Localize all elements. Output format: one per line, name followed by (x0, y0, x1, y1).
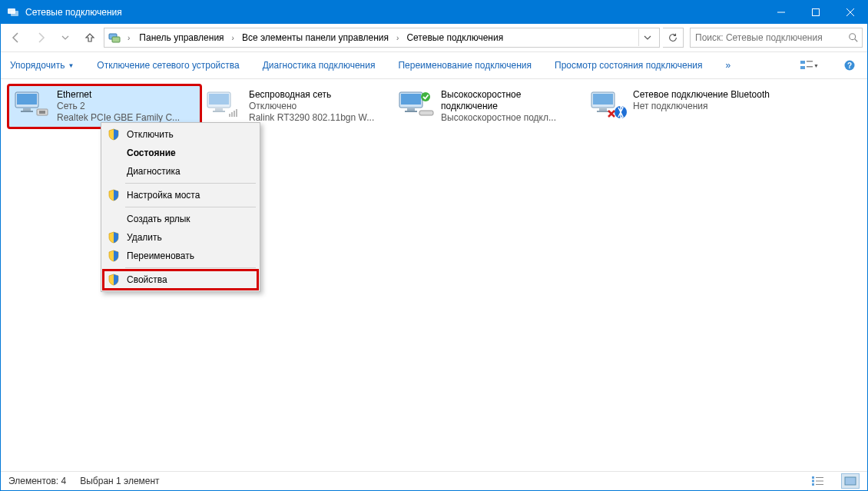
svg-rect-28 (816, 481, 823, 482)
connection-line3: Высокоскоростное подкл... (441, 112, 579, 124)
svg-rect-19 (231, 112, 233, 117)
refresh-button[interactable] (663, 28, 684, 48)
connection-item-broadband[interactable]: Высокоскоростное подключение Высокоскоро… (393, 85, 585, 128)
close-button[interactable] (833, 1, 867, 24)
svg-rect-27 (812, 480, 814, 483)
search-icon (848, 32, 859, 43)
svg-rect-5 (11, 11, 18, 16)
svg-point-22 (421, 92, 430, 101)
connection-name: Сетевое подключение Bluetooth (633, 89, 770, 101)
ctx-properties[interactable]: Свойства (104, 270, 257, 289)
ctx-disable[interactable]: Отключить (104, 125, 257, 144)
connection-line3: Нет подключения (633, 101, 770, 112)
shield-icon (107, 128, 121, 141)
shield-icon (107, 231, 121, 244)
chevron-right-icon[interactable]: › (229, 32, 237, 44)
diagnose-cmd[interactable]: Диагностика подключения (261, 57, 377, 74)
ethernet-icon (14, 89, 51, 120)
svg-text:?: ? (847, 61, 852, 70)
connection-name: Высокоскоростное подключение (441, 89, 579, 112)
status-cmd[interactable]: Просмотр состояния подключения (553, 57, 704, 74)
connection-line3: Ralink RT3290 802.11bgn W... (249, 112, 374, 124)
help-button[interactable]: ? (840, 55, 860, 75)
forward-button[interactable] (30, 27, 51, 48)
recent-dropdown[interactable] (55, 27, 76, 48)
ctx-shortcut[interactable]: Создать ярлык (104, 210, 257, 228)
ctx-rename[interactable]: Переименовать (104, 247, 257, 265)
up-button[interactable] (79, 27, 101, 48)
svg-rect-18 (229, 114, 230, 117)
rename-cmd[interactable]: Переименование подключения (396, 57, 533, 74)
overflow-cmd[interactable]: » (724, 57, 733, 74)
shield-icon (107, 249, 121, 263)
large-icons-view-button[interactable] (841, 473, 860, 489)
svg-rect-6 (812, 9, 819, 16)
chevron-right-icon[interactable]: › (393, 32, 402, 44)
address-dropdown[interactable] (638, 29, 656, 46)
app-icon (7, 6, 19, 18)
selection-label: Выбран 1 элемент (80, 476, 159, 486)
shield-icon (107, 188, 121, 202)
svg-rect-25 (812, 476, 814, 479)
svg-rect-21 (236, 109, 237, 117)
svg-rect-26 (816, 477, 823, 478)
context-menu: Отключить Состояние Диагностика Настройк… (101, 122, 260, 292)
breadcrumb-2[interactable]: Сетевые подключения (403, 31, 506, 45)
ctx-status[interactable]: Состояние (104, 144, 257, 162)
content-area: Ethernet Сеть 2 Realtek PCIe GBE Family … (1, 79, 867, 471)
ctx-diagnose[interactable]: Диагностика (104, 162, 257, 181)
connection-line2: Сеть 2 (57, 101, 180, 112)
svg-rect-8 (112, 37, 120, 42)
svg-rect-29 (812, 483, 814, 486)
connection-item-bluetooth[interactable]: Сетевое подключение Bluetooth Нет подклю… (585, 85, 777, 128)
svg-rect-20 (234, 111, 235, 117)
ctx-bridge[interactable]: Настройка моста (104, 186, 257, 204)
context-separator (125, 207, 256, 207)
connection-item-ethernet[interactable]: Ethernet Сеть 2 Realtek PCIe GBE Family … (8, 85, 200, 128)
svg-rect-11 (807, 61, 813, 62)
connection-item-wireless[interactable]: Беспроводная сеть Отключено Ralink RT329… (200, 85, 393, 128)
details-view-button[interactable] (809, 473, 827, 489)
address-bar[interactable]: › Панель управления › Все элементы панел… (104, 28, 660, 48)
svg-rect-13 (807, 66, 813, 68)
view-options-button[interactable]: ▼ (800, 55, 820, 75)
minimize-button[interactable] (764, 1, 798, 24)
disable-device-cmd[interactable]: Отключение сетевого устройства (95, 57, 240, 74)
chevron-right-icon[interactable]: › (124, 32, 133, 44)
nav-row: › Панель управления › Все элементы панел… (1, 24, 867, 52)
context-separator (125, 183, 256, 184)
ctx-delete[interactable]: Удалить (104, 228, 257, 247)
bluetooth-x-icon (590, 89, 627, 120)
svg-rect-23 (419, 111, 433, 115)
connection-name: Ethernet (57, 89, 180, 101)
svg-rect-30 (816, 484, 823, 485)
titlebar: Сетевые подключения (1, 1, 867, 24)
svg-rect-31 (845, 477, 856, 485)
status-bar: Элементов: 4 Выбран 1 элемент (1, 471, 867, 490)
svg-point-9 (850, 34, 856, 40)
shield-icon (107, 273, 121, 287)
search-box[interactable] (690, 28, 863, 48)
svg-rect-10 (800, 61, 805, 64)
svg-rect-12 (800, 66, 805, 69)
breadcrumb-1[interactable]: Все элементы панели управления (239, 31, 392, 45)
breadcrumb-0[interactable]: Панель управления (136, 31, 227, 45)
connection-name: Беспроводная сеть (249, 89, 374, 101)
search-input[interactable] (694, 32, 845, 44)
svg-rect-17 (39, 111, 45, 114)
network-folder-icon (108, 31, 121, 45)
organize-menu[interactable]: Упорядочить▼ (8, 57, 75, 74)
back-button[interactable] (5, 27, 27, 48)
item-count-label: Элементов: 4 (8, 476, 66, 486)
connection-line2: Отключено (249, 101, 374, 112)
window-title: Сетевые подключения (25, 7, 122, 18)
broadband-ok-icon (398, 89, 435, 120)
command-bar: Упорядочить▼ Отключение сетевого устройс… (1, 52, 867, 79)
wifi-disabled-icon (206, 89, 243, 120)
context-separator (125, 267, 256, 268)
maximize-button[interactable] (798, 1, 833, 24)
